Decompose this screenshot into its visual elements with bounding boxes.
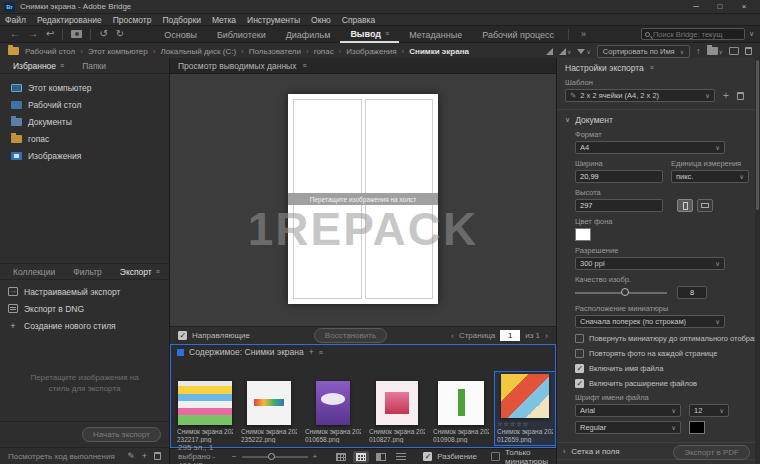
scrollbar-thumb[interactable] [756, 60, 759, 210]
tab-export[interactable]: Экспорт ≡ [111, 265, 169, 279]
guides-checkbox[interactable] [178, 331, 187, 340]
tab-collections[interactable]: Коллекции [4, 265, 64, 279]
menu-edit[interactable]: Редактирование [37, 15, 102, 25]
favorites-item-desktop[interactable]: Рабочий стол [0, 96, 169, 113]
favorites-item-documents[interactable]: Документы [0, 113, 169, 130]
rotate-thumbnail-checkbox[interactable] [575, 334, 584, 343]
restore-button[interactable]: Восстановить [314, 328, 387, 343]
thumbnail-image[interactable] [376, 381, 418, 425]
tab-libraries[interactable]: Библиотеки [207, 26, 276, 43]
landscape-orientation-button[interactable] [697, 199, 713, 212]
filter-icon[interactable] [577, 49, 585, 54]
portrait-orientation-button[interactable] [677, 199, 693, 212]
thumbnail-item[interactable]: Снимок экрана 2023-08-11 235222.png [239, 379, 299, 445]
thumbnail-item[interactable]: Снимок экрана 2023-08-13 010827.png [367, 379, 427, 445]
tab-metadata[interactable]: Метаданные [399, 26, 472, 43]
new-window-icon[interactable] [729, 47, 739, 55]
search-input[interactable] [653, 30, 741, 39]
page-number-input[interactable] [500, 330, 520, 341]
rotate-thumbnail-toggle[interactable]: Повернуть миниатюру до оптимального отоб… [575, 334, 752, 343]
width-input[interactable] [575, 170, 663, 183]
thumbnail-image[interactable] [316, 381, 350, 425]
add-icon[interactable]: + [142, 451, 147, 461]
export-to-pdf-button[interactable]: Экспорт в PDF [673, 445, 750, 460]
grid-cell[interactable] [365, 99, 434, 198]
breakdown-toggle[interactable]: Разбиение [423, 452, 477, 461]
breadcrumb-users[interactable]: Пользователи [249, 47, 301, 56]
add-template-icon[interactable]: + [723, 90, 729, 101]
tab-favorites[interactable]: Избранное ≡ [4, 59, 73, 73]
grid-cell[interactable] [365, 201, 434, 300]
thumbnail-image[interactable] [247, 381, 291, 425]
quality-slider[interactable] [575, 292, 667, 294]
panel-menu-icon[interactable]: ≡ [319, 349, 323, 356]
resolution-dropdown[interactable]: 300 ppi ∨ [575, 257, 725, 270]
grid-cell[interactable] [293, 99, 362, 198]
minimize-button[interactable]: ─ [684, 2, 708, 11]
zoom-out-icon[interactable]: − [232, 452, 237, 461]
tab-essentials[interactable]: Основы [154, 26, 207, 43]
slider-knob[interactable] [268, 453, 275, 460]
breadcrumb-user[interactable]: гопас [314, 47, 334, 56]
breadcrumb-screenshots[interactable]: Снимки экрана [409, 47, 469, 56]
return-to-recent-icon[interactable]: ↩ [46, 29, 54, 39]
menu-help[interactable]: Справка [342, 15, 375, 25]
breadcrumb-desktop[interactable]: Рабочий стол [25, 47, 75, 56]
pdf-page-preview[interactable]: Перетащите изображения на холст [288, 94, 438, 304]
preset-custom-export[interactable]: Настраиваемый экспорт [0, 283, 169, 300]
quality-value-input[interactable] [677, 286, 707, 299]
menu-window[interactable]: Окно [311, 15, 331, 25]
edit-icon[interactable]: ✎ [127, 451, 135, 461]
font-size-dropdown[interactable]: 12 ∨ [689, 404, 729, 417]
thumbs-only-toggle[interactable]: Только миниатюры [491, 448, 548, 464]
thumbnail-size-slider[interactable] [242, 456, 308, 458]
font-color-swatch[interactable] [689, 421, 705, 434]
favorites-item-user[interactable]: гопас [0, 130, 169, 147]
panel-menu-icon[interactable]: ≡ [650, 64, 654, 71]
panel-menu-icon[interactable]: ≡ [302, 62, 306, 69]
include-extension-toggle[interactable]: Включить расширение файлов [575, 379, 752, 388]
background-color-swatch[interactable] [575, 228, 591, 241]
breadcrumb-local-disk[interactable]: Локальный диск (C:) [160, 47, 236, 56]
add-tab-icon[interactable]: + [309, 347, 314, 357]
details-view-button[interactable] [373, 451, 389, 463]
rating-stars[interactable]: ☆☆☆☆☆ [497, 421, 529, 428]
placement-dropdown[interactable]: Сначала поперек (по строкам) ∨ [575, 315, 725, 328]
thumbnail-item-selected[interactable]: ☆☆☆☆☆ Снимок экрана 2023-08-13 012659.pn… [495, 372, 555, 445]
delete-icon[interactable] [745, 47, 752, 55]
grid-cell[interactable] [293, 201, 362, 300]
unit-dropdown[interactable]: пикс. ∨ [671, 170, 749, 183]
delete-template-icon[interactable] [737, 92, 744, 100]
thumbs-only-checkbox[interactable] [491, 452, 500, 461]
tab-menu-icon[interactable]: ≡ [385, 30, 389, 37]
search-box[interactable] [641, 28, 745, 40]
right-panel-scrollbar[interactable] [755, 58, 760, 464]
menu-file[interactable]: Файл [5, 15, 26, 25]
repeat-photo-toggle[interactable]: Повторять фото на каждой странице [575, 349, 752, 358]
tab-output-active[interactable]: Вывод ≡ [340, 26, 399, 43]
chevron-down-icon[interactable]: ∨ [567, 48, 571, 55]
panel-menu-icon[interactable]: ≡ [156, 268, 160, 275]
quality-slider-knob[interactable] [621, 288, 629, 296]
include-extension-checkbox[interactable] [575, 379, 584, 388]
sort-dropdown[interactable]: Сортировать по Имя ∨ [597, 45, 690, 58]
thumbnail-item[interactable]: Снимок экрана 2023-08-11 232217.png [175, 379, 235, 445]
grid-view-button[interactable] [333, 451, 349, 463]
menu-stacks[interactable]: Подборки [163, 15, 201, 25]
breadcrumb-this-pc[interactable]: Этот компьютер [88, 47, 148, 56]
breakdown-checkbox[interactable] [423, 452, 432, 461]
include-filename-checkbox[interactable] [575, 364, 584, 373]
rotate-left-icon[interactable]: ↺ [99, 29, 107, 39]
progress-label[interactable]: Посмотреть ход выполнения [8, 452, 115, 461]
menu-view[interactable]: Просмотр [113, 15, 152, 25]
rotate-right-icon[interactable]: ↻ [116, 29, 124, 39]
close-button[interactable]: × [732, 2, 756, 11]
thumbnail-item[interactable]: Снимок экрана 2023-08-13 010908.png [431, 379, 491, 445]
tab-filter[interactable]: Фильтр [64, 265, 111, 279]
chevron-down-icon[interactable]: ∨ [586, 48, 590, 55]
favorites-item-pictures[interactable]: Изображения [0, 147, 169, 164]
start-export-button[interactable]: Начать экспорт [82, 427, 161, 442]
font-family-dropdown[interactable]: Arial ∨ [575, 404, 681, 417]
sort-ascending-icon[interactable]: ↑ [696, 46, 701, 56]
include-filename-toggle[interactable]: Включить имя файла [575, 364, 752, 373]
